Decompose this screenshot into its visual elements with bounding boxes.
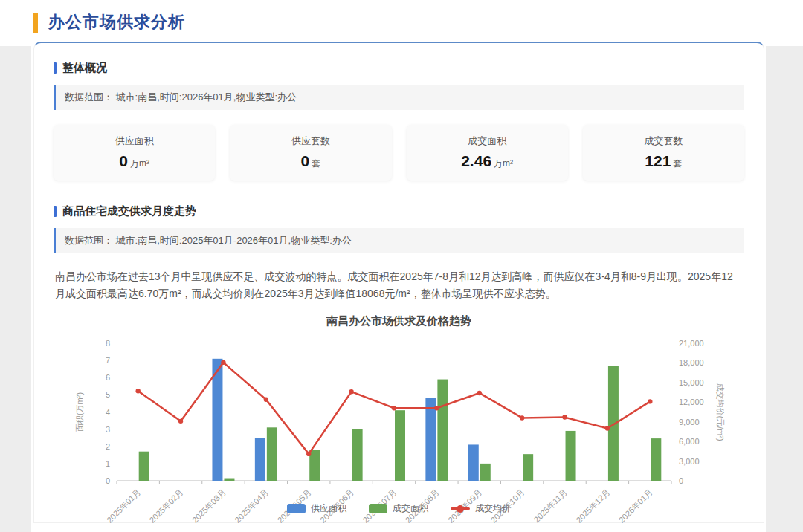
overview-stats-row: 供应面积 0万m² 供应套数 0套 成交面积 2.46万m² 成交套数 121套 bbox=[54, 125, 744, 181]
legend-item-deal-area[interactable]: 成交面积 bbox=[369, 502, 428, 515]
section-accent-bar bbox=[54, 62, 57, 74]
stat-card-deal-area: 成交面积 2.46万m² bbox=[407, 125, 568, 181]
stat-card-supply-units: 供应套数 0套 bbox=[230, 125, 391, 181]
svg-text:18,000: 18,000 bbox=[679, 359, 704, 368]
stat-unit: 套 bbox=[673, 158, 682, 169]
svg-text:2: 2 bbox=[105, 442, 109, 451]
legend-marker-bar-green bbox=[369, 504, 387, 513]
stat-value: 0万m² bbox=[59, 152, 209, 170]
svg-text:21,000: 21,000 bbox=[679, 339, 704, 348]
svg-text:5: 5 bbox=[105, 391, 109, 400]
chart-legend: 供应面积 成交面积 成交均价 bbox=[71, 502, 728, 515]
svg-text:7: 7 bbox=[105, 356, 109, 365]
stat-unit: 套 bbox=[312, 158, 320, 169]
stat-label: 供应套数 bbox=[236, 134, 385, 148]
trend-summary: 南昌办公市场在过去13个月中呈现供应不足、成交波动的特点。成交面积在2025年7… bbox=[55, 268, 743, 302]
analysis-card: 整体概况 数据范围： 城市:南昌,时间:2026年01月,物业类型:办公 供应面… bbox=[33, 42, 764, 523]
overview-heading: 整体概况 bbox=[62, 61, 107, 75]
title-accent-bar bbox=[33, 13, 38, 33]
stat-unit: 万m² bbox=[130, 158, 149, 169]
stat-card-supply-area: 供应面积 0万m² bbox=[54, 125, 215, 181]
svg-text:3,000: 3,000 bbox=[679, 457, 700, 466]
supply-demand-price-chart[interactable]: 01234567803,0006,0009,00012,00015,00018,… bbox=[71, 333, 728, 525]
svg-text:3: 3 bbox=[105, 425, 109, 434]
trend-heading: 商品住宅成交供求月度走势 bbox=[62, 204, 196, 218]
stat-label: 供应面积 bbox=[59, 134, 209, 148]
svg-text:6: 6 bbox=[105, 373, 109, 382]
legend-label: 成交面积 bbox=[393, 502, 428, 515]
stat-unit: 万m² bbox=[494, 158, 513, 169]
stat-value: 2.46万m² bbox=[413, 152, 562, 170]
trend-chart-block: 南昌办公市场供求及价格趋势 01234567803,0006,0009,0001… bbox=[71, 314, 728, 528]
page-title: 办公市场供求分析 bbox=[48, 11, 185, 33]
legend-item-avg-price[interactable]: 成交均价 bbox=[451, 502, 511, 515]
overview-section-head: 整体概况 bbox=[54, 61, 744, 75]
chart-canvas-wrap: 01234567803,0006,0009,00012,00015,00018,… bbox=[71, 333, 728, 528]
stat-value: 0套 bbox=[236, 152, 385, 170]
svg-text:8: 8 bbox=[105, 339, 109, 348]
overview-data-range: 数据范围： 城市:南昌,时间:2026年01月,物业类型:办公 bbox=[54, 85, 744, 110]
stat-label: 成交套数 bbox=[589, 134, 738, 148]
stat-card-deal-units: 成交套数 121套 bbox=[583, 125, 744, 181]
stat-label: 成交面积 bbox=[413, 134, 562, 148]
section-accent-bar bbox=[54, 206, 57, 217]
legend-label: 成交均价 bbox=[475, 502, 511, 515]
svg-text:15,000: 15,000 bbox=[679, 378, 704, 387]
svg-text:1: 1 bbox=[105, 459, 109, 468]
legend-marker-bar-blue bbox=[287, 504, 306, 513]
stat-value: 121套 bbox=[589, 152, 738, 170]
svg-text:6,000: 6,000 bbox=[679, 437, 700, 446]
legend-marker-line-red bbox=[451, 504, 470, 513]
legend-item-supply-area[interactable]: 供应面积 bbox=[287, 502, 346, 515]
svg-text:0: 0 bbox=[105, 476, 109, 485]
page-header: 办公市场供求分析 bbox=[31, 0, 766, 36]
trend-section-head: 商品住宅成交供求月度走势 bbox=[54, 204, 744, 218]
svg-text:12,000: 12,000 bbox=[679, 398, 704, 406]
svg-text:面积(万m²): 面积(万m²) bbox=[75, 392, 84, 432]
svg-text:0: 0 bbox=[679, 476, 683, 485]
svg-text:成交均价(元/m²): 成交均价(元/m²) bbox=[716, 383, 725, 441]
svg-text:4: 4 bbox=[105, 408, 109, 417]
legend-label: 供应面积 bbox=[311, 502, 346, 515]
svg-text:9,000: 9,000 bbox=[679, 418, 700, 426]
chart-title: 南昌办公市场供求及价格趋势 bbox=[71, 314, 728, 328]
report-sheet: 办公市场供求分析 整体概况 数据范围： 城市:南昌,时间:2026年01月,物业… bbox=[31, 0, 766, 532]
trend-data-range: 数据范围： 城市:南昌,时间:2025年01月-2026年01月,物业类型:办公 bbox=[54, 228, 744, 253]
